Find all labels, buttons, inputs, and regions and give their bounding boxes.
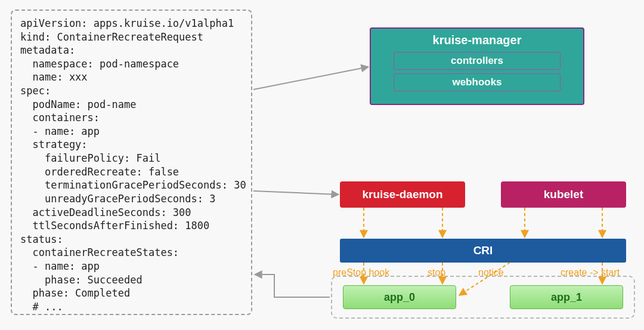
arrow-status-back [255,275,330,297]
kruise-manager-controllers: controllers [394,52,561,70]
flow-label-stop: stop [428,267,445,278]
kubelet-label: kubelet [544,188,584,201]
kruise-manager-title: kruise-manager [371,33,583,47]
kruise-manager-box: kruise-manager controllers webhooks [370,27,584,105]
arrow-yaml-to-daemon [253,191,339,195]
yaml-manifest: apiVersion: apps.kruise.io/v1alpha1 kind… [11,10,252,315]
flow-label-prestop: preStop hook [333,267,389,278]
app-0-label: app_0 [384,291,415,304]
cri-box: CRI [340,239,626,263]
app-1-label: app_1 [551,291,582,304]
kruise-daemon-label: kruise-daemon [362,188,442,201]
kruise-manager-webhooks: webhooks [394,73,561,91]
flow-label-create: create -> start [561,267,620,278]
arrow-yaml-to-manager [253,67,369,90]
app-0-box: app_0 [343,285,456,309]
flow-label-notice: notice [478,267,504,278]
app-1-box: app_1 [510,285,623,309]
cri-label: CRI [473,244,493,257]
kruise-daemon-box: kruise-daemon [340,181,465,208]
kubelet-box: kubelet [501,181,626,208]
